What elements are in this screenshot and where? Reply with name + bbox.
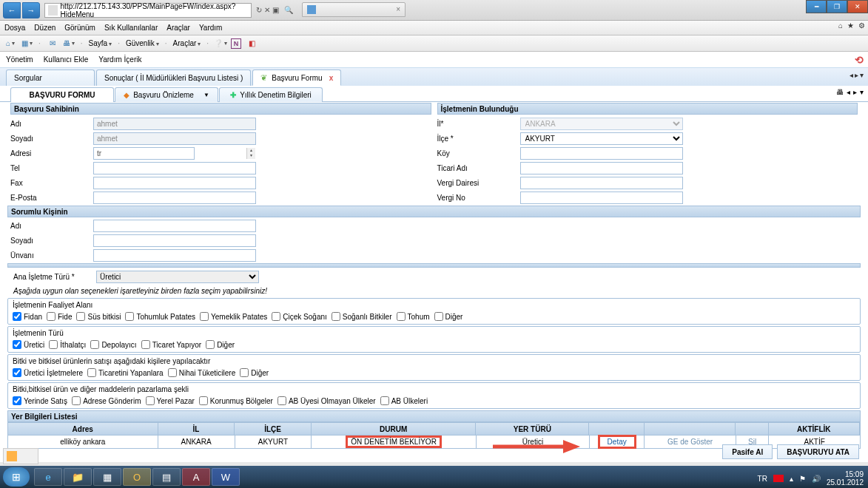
- search-icon[interactable]: 🔍: [284, 6, 293, 14]
- checkbox[interactable]: [168, 368, 177, 377]
- security-menu[interactable]: Güvenlik: [126, 39, 159, 47]
- tab-list-icon[interactable]: ▾: [860, 71, 864, 79]
- checkbox-option[interactable]: Üretici İşletmelere: [13, 368, 83, 377]
- input-eposta[interactable]: [93, 192, 256, 204]
- input-adi[interactable]: [93, 118, 256, 130]
- tab-sonuclar[interactable]: Sonuçlar ( İl Müdürlükleri Başvuru Liste…: [96, 70, 251, 86]
- tools-gear-icon[interactable]: ⚙: [858, 21, 865, 30]
- compat-icon[interactable]: ▣: [272, 6, 279, 14]
- checkbox[interactable]: [125, 312, 134, 321]
- subtab-onizleme[interactable]: ◆Başvuru Önizleme▼: [115, 87, 218, 102]
- checkbox[interactable]: [87, 368, 96, 377]
- checkbox[interactable]: [200, 312, 209, 321]
- tray-chevron-icon[interactable]: ▴: [790, 475, 793, 483]
- feeds-dropdown-icon[interactable]: ▦: [21, 38, 33, 50]
- start-button[interactable]: ⊞: [3, 467, 30, 487]
- task-app1[interactable]: ▦: [93, 468, 121, 486]
- menu-view[interactable]: Görünüm: [64, 24, 95, 32]
- select-anaturu[interactable]: Üretici: [96, 271, 259, 283]
- checkbox-option[interactable]: Ticaretini Yapanlara: [87, 368, 164, 377]
- checkbox-option[interactable]: Nihai Tüketicilere: [168, 368, 236, 377]
- checkbox-option[interactable]: Adrese Gönderim: [72, 396, 141, 405]
- checkbox-option[interactable]: AB Ülkeleri: [380, 396, 428, 405]
- nav-back-button[interactable]: ←: [3, 2, 21, 18]
- checkbox[interactable]: [76, 312, 85, 321]
- checkbox[interactable]: [380, 396, 389, 405]
- onenote-icon[interactable]: N: [231, 38, 241, 49]
- checkbox-option[interactable]: Tohum: [397, 312, 430, 321]
- refresh-icon[interactable]: ↻: [256, 6, 262, 14]
- checkbox-option[interactable]: Soğanlı Bitkiler: [332, 312, 392, 321]
- tab-basvuru-formu[interactable]: ❦ Başvuru Formu x: [252, 70, 341, 86]
- select-ilce[interactable]: AKYURT: [520, 132, 683, 145]
- tab-close-icon[interactable]: x: [329, 74, 334, 82]
- print-dropdown-icon[interactable]: 🖶: [63, 38, 75, 50]
- checkbox[interactable]: [13, 312, 21, 321]
- task-word[interactable]: W: [212, 468, 240, 486]
- subtab-left-icon[interactable]: ◂: [847, 88, 850, 96]
- td-detay[interactable]: Detay: [590, 436, 645, 448]
- home-icon[interactable]: ⌂: [838, 21, 843, 30]
- checkbox[interactable]: [206, 340, 215, 349]
- checkbox[interactable]: [240, 368, 249, 377]
- checkbox-option[interactable]: Süs bitkisi: [76, 312, 121, 321]
- input-sorumlu-soyadi[interactable]: [93, 234, 256, 247]
- select-il[interactable]: ANKARA: [520, 118, 683, 130]
- input-soyadi[interactable]: [93, 132, 256, 145]
- checkbox[interactable]: [47, 312, 55, 321]
- help-icon[interactable]: ❔: [215, 38, 226, 50]
- menu-favorites[interactable]: Sık Kullanılanlar: [104, 24, 158, 32]
- input-ticari[interactable]: [520, 162, 683, 174]
- checkbox-option[interactable]: Korunmuş Bölgeler: [199, 396, 273, 405]
- extension-icon[interactable]: ◧: [246, 38, 258, 50]
- checkbox-option[interactable]: Diğer: [434, 312, 463, 321]
- checkbox[interactable]: [277, 396, 286, 405]
- browser-tab[interactable]: ×: [302, 2, 406, 17]
- checkbox-option[interactable]: Diğer: [206, 340, 235, 349]
- highlight-detay[interactable]: Detay: [598, 435, 636, 449]
- checkbox-option[interactable]: Fidan: [13, 312, 42, 321]
- input-sorumlu-adi[interactable]: [93, 220, 256, 232]
- menu-edit[interactable]: Düzen: [34, 24, 55, 32]
- checkbox[interactable]: [141, 340, 150, 349]
- input-unvan[interactable]: [93, 249, 256, 262]
- checkbox-option[interactable]: Yerel Pazar: [146, 396, 195, 405]
- checkbox-option[interactable]: Ticaret Yapıyor: [141, 340, 202, 349]
- subtab-right-icon[interactable]: ▸: [853, 88, 857, 96]
- menu-tools[interactable]: Araçlar: [166, 24, 190, 32]
- action-center-icon[interactable]: ⚑: [799, 475, 806, 483]
- checkbox[interactable]: [434, 312, 443, 321]
- task-outlook[interactable]: O: [123, 468, 151, 486]
- task-pdf[interactable]: A: [182, 468, 210, 486]
- task-explorer[interactable]: 📁: [64, 468, 92, 486]
- checkbox[interactable]: [90, 340, 99, 349]
- checkbox-option[interactable]: Depolayıcı: [90, 340, 136, 349]
- input-vno[interactable]: [520, 192, 683, 204]
- input-adresi[interactable]: [93, 147, 195, 160]
- nav-forward-button[interactable]: →: [22, 2, 40, 18]
- url-bar[interactable]: http://212.175.143.30/PPS/MainPageFW/ind…: [44, 3, 252, 18]
- checkbox[interactable]: [397, 312, 406, 321]
- home-dropdown-icon[interactable]: ⌂: [4, 38, 16, 50]
- checkbox[interactable]: [13, 396, 21, 405]
- input-tel[interactable]: [93, 162, 256, 174]
- input-vdaire[interactable]: [520, 177, 683, 189]
- favorites-icon[interactable]: ★: [847, 21, 854, 30]
- subtab-list-icon[interactable]: ▾: [860, 88, 864, 96]
- app-menu-yardim[interactable]: Yardım İçerik: [98, 55, 141, 64]
- checkbox[interactable]: [13, 368, 21, 377]
- window-restore[interactable]: ❐: [827, 0, 847, 13]
- pasife-al-button[interactable]: Pasife Al: [722, 444, 773, 459]
- checkbox-option[interactable]: Fide: [47, 312, 72, 321]
- tab-scroll-right-icon[interactable]: ▸: [855, 71, 858, 79]
- spinner-icon[interactable]: ▴▾: [246, 148, 255, 159]
- page-menu[interactable]: Sayfa: [89, 39, 112, 47]
- checkbox[interactable]: [49, 340, 58, 349]
- input-koy[interactable]: [520, 147, 683, 160]
- menu-file[interactable]: Dosya: [4, 24, 25, 32]
- tab-close-icon[interactable]: ×: [396, 5, 400, 13]
- tools-menu[interactable]: Araçlar: [173, 39, 201, 47]
- stop-icon[interactable]: ✕: [264, 6, 270, 14]
- subtab-yillik[interactable]: ✚Yıllık Denetim Bilgileri: [219, 87, 323, 102]
- checkbox-option[interactable]: Tohumluk Patates: [125, 312, 195, 321]
